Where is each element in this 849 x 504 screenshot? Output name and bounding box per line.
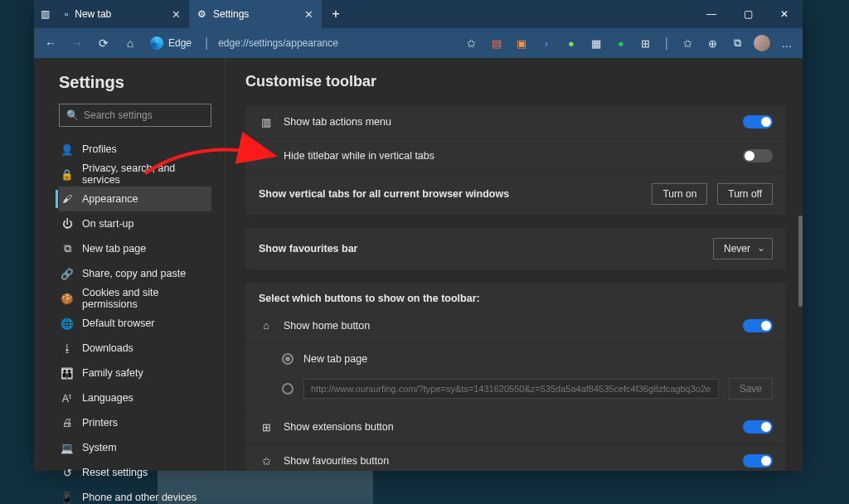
nav-label: System: [82, 442, 117, 453]
tabs-icon: ▥: [259, 116, 274, 128]
nav-icon: 🖨: [61, 417, 74, 429]
sidebar-item-on-start-up[interactable]: ⏻On start-up: [59, 211, 211, 236]
nav-label: Default browser: [82, 317, 155, 329]
search-input[interactable]: [84, 109, 208, 121]
back-button[interactable]: ←: [39, 32, 62, 55]
mail-icon[interactable]: ▣: [511, 32, 532, 54]
sidebar-item-downloads[interactable]: ⭳Downloads: [59, 336, 211, 361]
nav-label: Share, copy and paste: [82, 268, 186, 279]
turn-on-button[interactable]: Turn on: [652, 183, 707, 205]
scrollbar-thumb[interactable]: [798, 216, 803, 307]
nav-icon: 🍪: [61, 293, 74, 305]
edge-identity: Edge: [145, 36, 196, 50]
separator: |: [205, 36, 208, 51]
favourites-bar-select[interactable]: Never: [713, 238, 773, 259]
star-icon: ✩: [259, 455, 274, 468]
radio-icon[interactable]: [282, 383, 294, 395]
settings-title: Settings: [59, 73, 211, 92]
reload-button[interactable]: ⟳: [92, 32, 115, 55]
nav-label: Downloads: [82, 342, 133, 354]
address-bar[interactable]: edge://settings/appearance: [218, 37, 338, 49]
close-window-button[interactable]: ✕: [766, 0, 803, 28]
sidebar-item-cookies-and-site-permissions[interactable]: 🍪Cookies and site permissions: [59, 286, 211, 311]
nav-label: Reset settings: [82, 467, 148, 478]
separator: |: [665, 36, 668, 51]
globe-icon[interactable]: ●: [560, 32, 582, 54]
nav-icon: 👪: [61, 367, 74, 380]
nav-icon: 📱: [61, 492, 74, 504]
tab-label: Settings: [213, 8, 249, 20]
nav-label: On start-up: [82, 218, 134, 230]
add-favourite-icon[interactable]: ✩: [461, 32, 483, 54]
nav-icon: ↺: [61, 467, 74, 479]
nav-icon: Aᵗ: [61, 392, 74, 405]
toggle-home-button[interactable]: [743, 319, 773, 332]
favourites-icon[interactable]: ✩: [677, 32, 698, 54]
page-heading: Customise toolbar: [245, 73, 786, 90]
tab-new-tab[interactable]: ▫ New tab ✕: [56, 0, 189, 28]
profile-avatar[interactable]: [751, 32, 773, 54]
nav-icon: 🔒: [61, 168, 74, 181]
radio-new-tab-page[interactable]: New tab page: [245, 343, 786, 368]
chevron-right-icon[interactable]: ›: [536, 32, 557, 54]
row-favourites-button: ✩ Show favourites button: [245, 444, 786, 471]
grammar-icon[interactable]: ●: [610, 32, 632, 54]
picture-icon[interactable]: ▦: [585, 32, 607, 54]
sidebar-item-languages[interactable]: AᵗLanguages: [59, 385, 211, 410]
save-button[interactable]: Save: [729, 378, 773, 400]
nav-label: Family safety: [82, 367, 143, 379]
tab-label: New tab: [75, 8, 111, 20]
maximize-button[interactable]: ▢: [730, 0, 766, 28]
sidebar-item-share-copy-and-paste[interactable]: 🔗Share, copy and paste: [59, 261, 211, 286]
nav-icon: 💻: [61, 442, 74, 454]
radio-icon: [282, 353, 294, 365]
extensions-icon: ⊞: [259, 421, 274, 434]
home-url-input[interactable]: [303, 379, 719, 399]
share-icon[interactable]: ⧉: [726, 32, 748, 54]
sidebar-item-privacy-search-and-services[interactable]: 🔒Privacy, search, and services: [59, 162, 211, 187]
row-vertical-tabs-all: Show vertical tabs for all current brows…: [245, 173, 786, 215]
drawer-icon[interactable]: ▤: [486, 32, 507, 54]
row-custom-url: Save: [245, 368, 786, 410]
nav-label: Phone and other devices: [82, 492, 196, 503]
search-settings[interactable]: 🔍: [59, 104, 211, 127]
row-extensions-button: ⊞ Show extensions button: [245, 410, 786, 444]
sidebar-item-phone-and-other-devices[interactable]: 📱Phone and other devices: [59, 485, 211, 504]
tab-settings[interactable]: ⚙ Settings ✕: [189, 0, 322, 28]
page-icon: ▫: [65, 8, 68, 20]
home-icon: ⌂: [259, 320, 274, 332]
toolbar-section-3: Select which buttons to show on the tool…: [245, 283, 786, 471]
sidebar-item-reset-settings[interactable]: ↺Reset settings: [59, 460, 211, 485]
sidebar-item-appearance[interactable]: 🖌Appearance: [59, 187, 211, 211]
sidebar-item-system[interactable]: 💻System: [59, 435, 211, 460]
sidebar-item-printers[interactable]: 🖨Printers: [59, 410, 211, 435]
nav-icon: ⏻: [61, 218, 74, 230]
row-home-button: ⌂ Show home button: [245, 309, 786, 343]
toggle-extensions[interactable]: [743, 420, 773, 434]
nav-icon: ⧉: [61, 243, 74, 255]
nav-icon: 👤: [61, 143, 74, 156]
close-icon[interactable]: ✕: [172, 8, 181, 21]
nav-label: Printers: [82, 417, 118, 429]
tab-actions-icon[interactable]: ▥: [34, 8, 56, 20]
home-button[interactable]: ⌂: [119, 32, 142, 55]
toggle-favourites[interactable]: [743, 454, 773, 468]
close-icon[interactable]: ✕: [304, 8, 313, 21]
forward-button[interactable]: →: [65, 32, 89, 55]
turn-off-button[interactable]: Turn off: [717, 183, 773, 205]
new-tab-button[interactable]: +: [322, 7, 350, 22]
sidebar-item-default-browser[interactable]: 🌐Default browser: [59, 311, 211, 336]
toggle-hide-titlebar[interactable]: [743, 149, 773, 162]
nav-icon: 🔗: [61, 268, 74, 280]
more-button[interactable]: …: [776, 32, 798, 54]
edge-label: Edge: [168, 37, 192, 49]
row-show-tab-actions: ▥ Show tab actions menu: [245, 105, 786, 139]
extensions-icon[interactable]: ⊞: [635, 32, 657, 54]
collections-icon[interactable]: ⊕: [701, 32, 723, 54]
sidebar-item-family-safety[interactable]: 👪Family safety: [59, 361, 211, 385]
gear-icon: ⚙: [197, 8, 206, 20]
minimize-button[interactable]: —: [693, 0, 730, 28]
sidebar-item-profiles[interactable]: 👤Profiles: [59, 137, 211, 162]
toggle-show-tab-actions[interactable]: [743, 115, 773, 128]
sidebar-item-new-tab-page[interactable]: ⧉New tab page: [59, 236, 211, 261]
